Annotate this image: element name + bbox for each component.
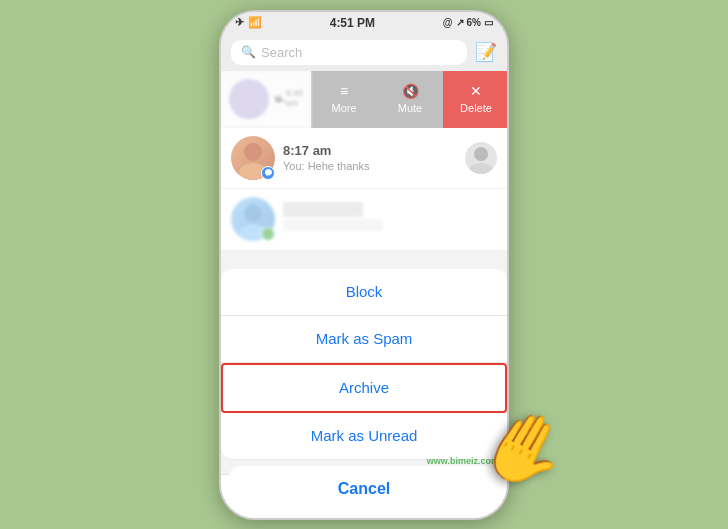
context-unread-label: Mark as Unread xyxy=(311,427,418,444)
context-overlay: Block Mark as Spam Archive Mark as Unrea… xyxy=(221,12,507,518)
context-archive-label: Archive xyxy=(339,379,389,396)
context-item-block[interactable]: Block xyxy=(221,269,507,316)
context-spam-label: Mark as Spam xyxy=(316,330,413,347)
context-cancel-button[interactable]: Cancel xyxy=(229,466,499,512)
context-item-unread[interactable]: Mark as Unread xyxy=(221,413,507,460)
context-cancel-label: Cancel xyxy=(338,480,390,497)
context-menu: Block Mark as Spam Archive Mark as Unrea… xyxy=(221,269,507,518)
context-block-label: Block xyxy=(346,283,383,300)
context-item-spam[interactable]: Mark as Spam xyxy=(221,316,507,363)
context-item-archive[interactable]: Archive xyxy=(221,363,507,413)
phone-frame: ✈ 📶 4:51 PM @ ↗ 6% ▭ 🔍 Search 📝 ung fe..… xyxy=(219,10,509,520)
